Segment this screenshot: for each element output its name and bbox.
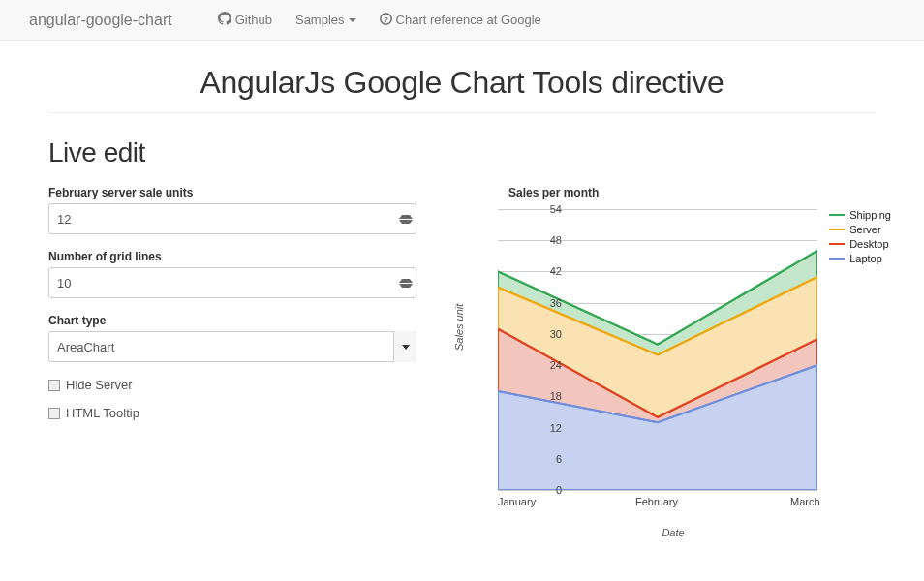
nav-chart-reference[interactable]: ? Chart reference at Google (368, 0, 553, 41)
section-title: Live edit (48, 138, 876, 168)
hide-server-checkbox[interactable]: Hide Server (48, 378, 416, 392)
plot-area (498, 209, 817, 490)
github-icon (218, 12, 231, 28)
legend-item: Desktop (829, 238, 891, 250)
chart-type-label: Chart type (48, 314, 416, 327)
x-tick: February (635, 496, 678, 507)
legend-item: Laptop (829, 253, 891, 264)
form-panel: February server sale units Number of gri… (48, 186, 416, 554)
x-axis-label: Date (455, 527, 891, 554)
checkbox-icon (48, 380, 60, 391)
caret-down-icon (349, 18, 356, 22)
navbar: angular-google-chart Github Samples ? Ch… (0, 0, 924, 41)
feb-units-label: February server sale units (48, 186, 416, 199)
chevron-down-icon (402, 345, 410, 350)
brand[interactable]: angular-google-chart (15, 12, 187, 29)
svg-text:?: ? (384, 15, 388, 23)
legend: Shipping Server Desktop Laptop (829, 209, 891, 267)
html-tooltip-checkbox[interactable]: HTML Tooltip (48, 406, 416, 420)
page-title: AngularJs Google Chart Tools directive (48, 65, 876, 101)
checkbox-icon (48, 408, 60, 419)
nav-github[interactable]: Github (206, 0, 284, 41)
chart-title: Sales per month (508, 186, 599, 199)
number-stepper-icon[interactable] (399, 207, 413, 230)
chart: Sales per month Sales unit Shipping Serv… (455, 186, 891, 554)
gridlines-label: Number of grid lines (48, 250, 416, 263)
feb-units-input[interactable] (48, 203, 416, 234)
help-icon: ? (380, 13, 392, 28)
nav-samples[interactable]: Samples (284, 0, 368, 41)
chart-type-select[interactable] (48, 331, 416, 362)
number-stepper-icon[interactable] (399, 271, 413, 294)
legend-item: Server (829, 224, 891, 235)
divider (48, 112, 876, 113)
y-axis-label: Sales unit (453, 304, 465, 351)
dropdown-button[interactable] (393, 331, 416, 362)
x-tick: January (498, 496, 536, 507)
gridlines-input[interactable] (48, 267, 416, 298)
legend-item: Shipping (829, 209, 891, 221)
x-tick: March (790, 496, 820, 507)
